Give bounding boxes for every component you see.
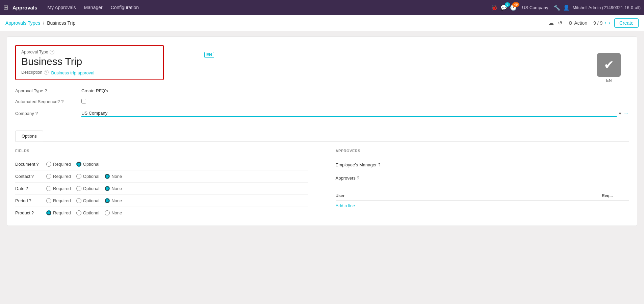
company-name: US Company bbox=[522, 5, 548, 10]
period-radio-group: Required Optional None bbox=[46, 198, 122, 203]
date-required-option[interactable]: Required bbox=[46, 186, 71, 191]
upload-icon[interactable]: ☁ bbox=[548, 20, 554, 26]
period-optional-option[interactable]: Optional bbox=[76, 198, 99, 203]
description-help-icon[interactable]: ? bbox=[44, 70, 49, 75]
grid-icon[interactable]: ⊞ bbox=[3, 4, 8, 11]
approval-type-field-label: Approval Type ? bbox=[21, 50, 158, 54]
nav-configuration[interactable]: Configuration bbox=[107, 3, 142, 12]
chat-badge: 6 bbox=[505, 2, 510, 7]
automated-sequence-label: Automated Sequence? ? bbox=[15, 99, 76, 104]
document-optional-option[interactable]: Optional bbox=[76, 162, 99, 167]
document-required-option[interactable]: Required bbox=[46, 162, 71, 167]
company-input[interactable] bbox=[81, 110, 617, 117]
action-label: Action bbox=[574, 20, 587, 26]
breadcrumb-separator: / bbox=[43, 20, 44, 26]
employee-manager-row: Employee's Manager ? bbox=[336, 158, 629, 171]
en-language-badge[interactable]: EN bbox=[204, 52, 214, 58]
field-row-date: Date ? Required Optional None bbox=[15, 183, 308, 195]
field-row-document: Document ? Required Optional bbox=[15, 158, 308, 170]
approval-type-help-icon[interactable]: ? bbox=[50, 50, 54, 54]
company-nav-arrow[interactable]: → bbox=[623, 111, 629, 117]
breadcrumb-parent[interactable]: Approvals Types bbox=[5, 20, 40, 26]
date-radio-group: Required Optional None bbox=[46, 186, 122, 191]
description-value[interactable]: Business trip approval bbox=[51, 70, 95, 75]
tab-options[interactable]: Options bbox=[15, 131, 43, 141]
user-column-header: User bbox=[336, 193, 602, 198]
period-required-option[interactable]: Required bbox=[46, 198, 71, 203]
document-radio-group: Required Optional bbox=[46, 162, 99, 167]
user-name: Mitchell Admin (21490321-16-0-all) bbox=[572, 5, 641, 10]
product-required-option[interactable]: Required bbox=[46, 210, 71, 215]
date-none-option[interactable]: None bbox=[105, 186, 122, 191]
approval-type-value[interactable]: Create RFQ's bbox=[81, 88, 629, 93]
approval-type-box: Approval Type ? Business Trip Descriptio… bbox=[15, 45, 164, 80]
automated-sequence-checkbox[interactable] bbox=[81, 99, 86, 103]
action-button[interactable]: ⚙ Action bbox=[566, 19, 589, 27]
product-none-option[interactable]: None bbox=[105, 210, 122, 215]
approvers-column: APPROVERS Employee's Manager ? Approvers… bbox=[322, 149, 629, 219]
top-navigation: ⊞ Approvals My Approvals Manager Configu… bbox=[0, 0, 644, 15]
refresh-icon[interactable]: ↺ bbox=[558, 20, 562, 26]
document-help-icon[interactable]: ? bbox=[36, 162, 38, 167]
fields-approvers-layout: FIELDS Document ? Required Optional bbox=[15, 142, 629, 226]
req-column-header: Req... bbox=[602, 193, 629, 198]
field-row-period: Period ? Required Optional None bbox=[15, 195, 308, 207]
field-row-contact: Contact ? Required Optional None bbox=[15, 170, 308, 183]
company-label: Company ? bbox=[15, 111, 76, 116]
record-count: 9 / 9 bbox=[593, 20, 602, 26]
company-help-icon[interactable]: ? bbox=[35, 111, 38, 116]
period-none-option[interactable]: None bbox=[105, 198, 122, 203]
automated-seq-help-icon[interactable]: ? bbox=[61, 99, 63, 104]
wrench-icon[interactable]: 🔧 bbox=[553, 4, 560, 11]
app-title: Approvals bbox=[12, 5, 37, 10]
contact-help-icon[interactable]: ? bbox=[31, 174, 34, 179]
form-title[interactable]: Business Trip bbox=[21, 56, 158, 67]
description-row: Description ? Business trip approval bbox=[21, 70, 158, 75]
approvers-section-title: APPROVERS bbox=[336, 149, 629, 153]
period-help-icon[interactable]: ? bbox=[29, 198, 31, 203]
breadcrumb-bar: Approvals Types / Business Trip ☁ ↺ ⚙ Ac… bbox=[0, 15, 644, 31]
fields-section-title: FIELDS bbox=[15, 149, 308, 153]
approvers-table: User Req... Add a line bbox=[336, 191, 629, 211]
contact-radio-group: Required Optional None bbox=[46, 174, 122, 179]
nav-my-approvals[interactable]: My Approvals bbox=[44, 3, 79, 12]
clipboard-icon: ✔ bbox=[597, 53, 621, 77]
product-help-icon[interactable]: ? bbox=[31, 210, 34, 215]
field-row-product: Product ? Required Optional None bbox=[15, 207, 308, 219]
product-optional-option[interactable]: Optional bbox=[76, 210, 99, 215]
breadcrumb-current: Business Trip bbox=[47, 20, 75, 26]
prev-record-arrow[interactable]: ‹ bbox=[604, 20, 606, 26]
activity-icon[interactable]: 🕐 49 bbox=[510, 4, 517, 11]
approval-type2-help-icon[interactable]: ? bbox=[45, 88, 47, 93]
user-avatar[interactable]: 👤 bbox=[563, 4, 570, 11]
bug-icon[interactable]: 🐞 bbox=[491, 4, 498, 11]
date-optional-option[interactable]: Optional bbox=[76, 186, 99, 191]
automated-sequence-row: Automated Sequence? ? bbox=[15, 96, 629, 107]
toolbar-icons: ☁ ↺ ⚙ Action 9 / 9 ‹ › Create bbox=[548, 18, 639, 28]
approval-type-row: Approval Type ? Create RFQ's bbox=[15, 86, 629, 96]
record-navigation: 9 / 9 ‹ › bbox=[593, 20, 610, 26]
approvers-row: Approvers ? User Req... Add a line bbox=[336, 171, 629, 215]
next-record-arrow[interactable]: › bbox=[609, 20, 610, 26]
fields-column: FIELDS Document ? Required Optional bbox=[15, 149, 322, 219]
create-button[interactable]: Create bbox=[614, 18, 639, 28]
contact-required-option[interactable]: Required bbox=[46, 174, 71, 179]
company-row: Company ? ▼ → bbox=[15, 107, 629, 120]
gear-icon: ⚙ bbox=[568, 20, 573, 26]
contact-none-option[interactable]: None bbox=[105, 174, 122, 179]
approvers-table-body: Add a line bbox=[336, 201, 629, 211]
date-help-icon[interactable]: ? bbox=[25, 186, 28, 191]
product-radio-group: Required Optional None bbox=[46, 210, 122, 215]
add-line-button[interactable]: Add a line bbox=[336, 201, 629, 211]
company-dropdown-arrow[interactable]: ▼ bbox=[618, 111, 622, 116]
clipboard-en-label: EN bbox=[606, 78, 612, 83]
activity-badge: 49 bbox=[512, 2, 519, 7]
approvers-help-icon[interactable]: ? bbox=[357, 176, 359, 181]
main-content: Approval Type ? Business Trip Descriptio… bbox=[0, 31, 644, 231]
nav-manager[interactable]: Manager bbox=[80, 3, 106, 12]
clipboard-widget: ✔ EN bbox=[597, 53, 621, 83]
nav-icons: 🐞 💬 6 🕐 49 US Company 🔧 👤 Mitchell Admin… bbox=[491, 4, 641, 11]
chat-icon[interactable]: 💬 6 bbox=[500, 4, 507, 11]
employee-manager-help-icon[interactable]: ? bbox=[378, 162, 380, 167]
contact-optional-option[interactable]: Optional bbox=[76, 174, 99, 179]
